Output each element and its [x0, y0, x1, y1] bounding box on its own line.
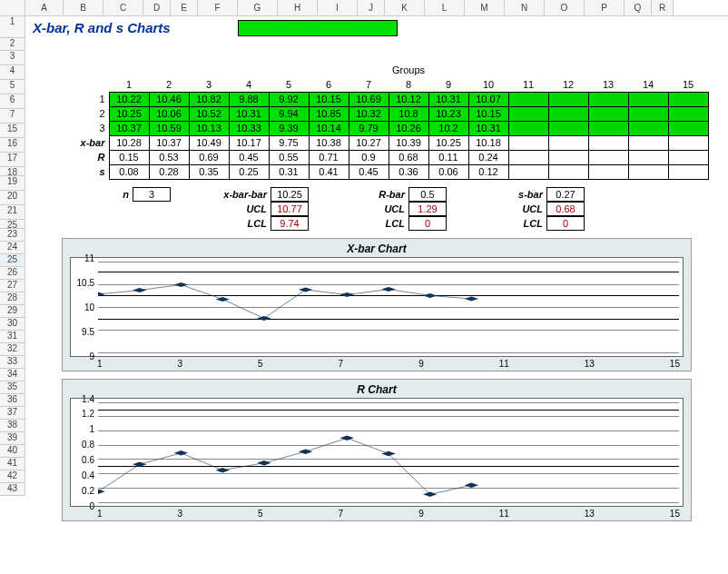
- data-cell[interactable]: 10.69: [349, 92, 389, 106]
- data-cell[interactable]: 10.06: [149, 106, 189, 121]
- data-cell[interactable]: [628, 121, 668, 135]
- data-cell[interactable]: [548, 121, 588, 135]
- svg-marker-14: [257, 460, 271, 466]
- data-cell[interactable]: 10.13: [189, 121, 229, 135]
- svg-marker-0: [98, 292, 105, 296]
- data-cell[interactable]: [668, 106, 708, 121]
- data-cell[interactable]: 10.25: [109, 106, 149, 121]
- svg-marker-18: [423, 491, 437, 497]
- data-cell[interactable]: 10.46: [149, 92, 189, 106]
- stats-summary: n3 x-bar-bar10.25 UCL10.77 LCL9.74 R-bar…: [69, 187, 728, 231]
- data-cell[interactable]: 9.88: [229, 92, 269, 106]
- groups-header: Groups: [109, 63, 708, 77]
- data-cell[interactable]: 10.14: [309, 121, 349, 135]
- data-cell[interactable]: 10.26: [389, 121, 428, 135]
- data-cell[interactable]: [548, 106, 588, 121]
- data-cell[interactable]: [628, 92, 668, 106]
- data-cell[interactable]: [668, 121, 708, 135]
- data-cell[interactable]: 10.07: [468, 92, 508, 106]
- svg-marker-10: [98, 489, 105, 494]
- data-cell[interactable]: 9.94: [269, 106, 309, 121]
- data-cell[interactable]: 9.39: [269, 121, 309, 135]
- svg-marker-4: [257, 316, 271, 321]
- green-fill-block: [238, 20, 398, 36]
- row-numbers: 1 2 3 4 5 6 7 15 16 17 18 19 20 21 25 23…: [0, 16, 25, 521]
- data-cell[interactable]: 10.31: [229, 106, 269, 121]
- data-cell[interactable]: [588, 106, 628, 121]
- data-table[interactable]: Groups 123456789101112131415 110.2210.46…: [69, 63, 709, 180]
- svg-marker-11: [133, 461, 146, 467]
- data-cell[interactable]: [588, 121, 628, 135]
- data-cell[interactable]: [508, 121, 548, 135]
- xbar-chart: X-bar Chart 99.51010.511 13579111315: [62, 238, 692, 371]
- data-cell[interactable]: 10.15: [468, 106, 508, 121]
- data-cell[interactable]: [628, 106, 668, 121]
- svg-marker-6: [340, 292, 354, 297]
- data-cell[interactable]: 10.15: [309, 92, 349, 106]
- data-cell[interactable]: 10.37: [109, 121, 149, 135]
- data-cell[interactable]: [588, 92, 628, 106]
- data-cell[interactable]: 10.33: [229, 121, 269, 135]
- data-cell[interactable]: 10.31: [428, 92, 468, 106]
- column-headers: A B C D E F G H I J K L M N O P Q R: [0, 0, 728, 16]
- data-cell[interactable]: 10.22: [109, 92, 149, 106]
- n-value[interactable]: 3: [133, 187, 171, 202]
- data-cell[interactable]: 10.8: [389, 106, 428, 121]
- svg-marker-9: [465, 296, 478, 301]
- svg-marker-1: [133, 288, 146, 292]
- data-cell[interactable]: 9.92: [269, 92, 309, 106]
- svg-marker-7: [381, 287, 395, 292]
- data-cell[interactable]: 9.79: [349, 121, 389, 135]
- data-cell[interactable]: 10.12: [389, 92, 428, 106]
- svg-marker-19: [465, 482, 478, 488]
- r-chart: R Chart 00.20.40.60.811.21.4 13579111315: [62, 379, 692, 521]
- data-cell[interactable]: [508, 92, 548, 106]
- data-cell[interactable]: [548, 92, 588, 106]
- data-cell[interactable]: 10.85: [309, 106, 349, 121]
- data-cell[interactable]: 10.52: [189, 106, 229, 121]
- svg-marker-5: [299, 287, 312, 292]
- data-cell[interactable]: 10.2: [428, 121, 468, 135]
- svg-marker-8: [423, 293, 437, 298]
- data-cell[interactable]: 10.31: [468, 121, 508, 135]
- data-cell[interactable]: 10.82: [189, 92, 229, 106]
- sheet-content[interactable]: X-bar, R and s Charts Groups 12345678910…: [25, 16, 728, 521]
- data-cell[interactable]: 10.23: [428, 106, 468, 121]
- data-cell[interactable]: 10.32: [349, 106, 389, 121]
- data-cell[interactable]: [508, 106, 548, 121]
- data-cell[interactable]: 10.59: [149, 121, 189, 135]
- data-cell[interactable]: [668, 92, 708, 106]
